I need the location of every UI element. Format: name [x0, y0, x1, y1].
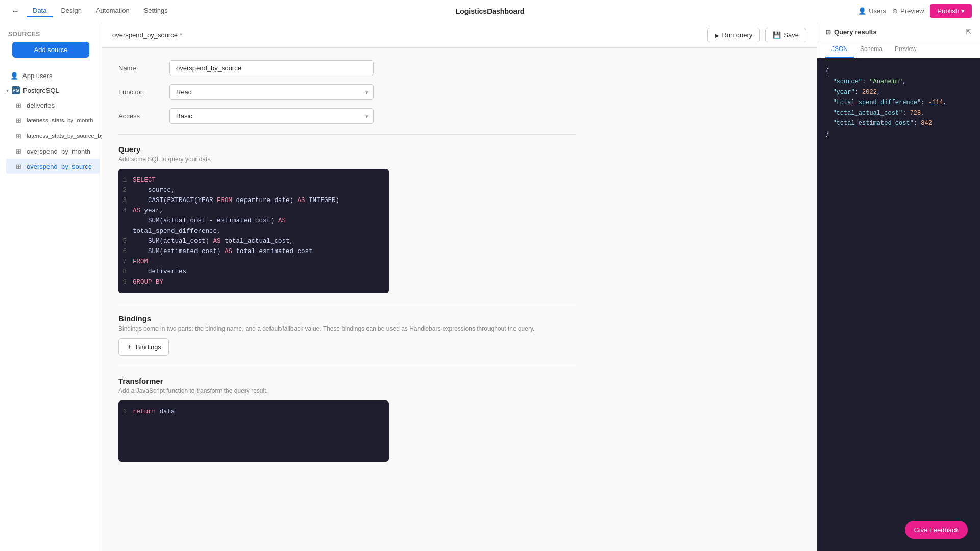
table-label: overspend_by_month [27, 147, 90, 155]
query-header: overspend_by_source * Run query 💾 Save [102, 22, 817, 48]
main-content: overspend_by_source * Run query 💾 Save N… [102, 22, 817, 551]
code-line-4: 4 AS year, [118, 206, 389, 216]
sidebar-app-users-label: App users [22, 72, 53, 80]
name-form-group: Name [118, 60, 576, 76]
publish-button[interactable]: Publish ▾ [930, 4, 972, 18]
sidebar-postgres-section[interactable]: ▾ PG PostgreSQL [0, 83, 102, 97]
access-form-group: Access Basic Advanced ▾ [118, 108, 576, 124]
table-icon: ⊞ [14, 162, 22, 170]
right-panel-tabs: JSON Schema Preview [817, 41, 980, 58]
table-label: lateness_stats_by_month [27, 117, 93, 123]
code-line-6: 6 SUM(estimated_cost) AS total_estimated… [118, 246, 389, 257]
sidebar: Sources Add source 👤 App users ▾ PG Post… [0, 22, 102, 551]
table-icon: ⊞ [14, 147, 22, 155]
play-icon [715, 31, 719, 39]
sidebar-item-overspend-source[interactable]: ⊞ overspend_by_source [6, 159, 100, 174]
tab-schema[interactable]: Schema [854, 41, 889, 58]
bindings-section-title: Bindings [118, 314, 576, 323]
chevron-down-icon: ▾ [961, 7, 965, 15]
sql-editor[interactable]: 1 SELECT 2 source, 3 CAST(EXTRACT(YEAR F… [118, 169, 389, 293]
sidebar-header: Sources [6, 31, 95, 42]
function-label: Function [118, 88, 169, 96]
sidebar-item-lateness-stats-month[interactable]: ⊞ lateness_stats_by_month [6, 113, 100, 128]
code-line-8: 8 deliveries [118, 267, 389, 277]
table-icon: ⊞ [14, 101, 22, 109]
transformer-section-desc: Add a JavaScript function to transform t… [118, 387, 576, 394]
table-icon: ⊞ [14, 116, 22, 124]
query-title-area: overspend_by_source * [112, 31, 182, 39]
results-icon: ⊡ [825, 28, 831, 36]
app-title: LogisticsDashboard [456, 7, 525, 15]
query-results-title: Query results [834, 28, 877, 36]
name-input[interactable] [169, 60, 374, 76]
json-content: { "source": "Anaheim", "year": 2022, "to… [817, 58, 980, 551]
user-icon: 👤 [858, 7, 866, 15]
plus-icon: ＋ [126, 342, 133, 352]
table-icon: ⊞ [14, 132, 22, 140]
chevron-down-icon: ▾ [6, 88, 9, 93]
code-line-2: 2 source, [118, 185, 389, 195]
users-button[interactable]: 👤 Users [858, 7, 886, 15]
save-label: Save [783, 31, 799, 39]
main-layout: Sources Add source 👤 App users ▾ PG Post… [0, 22, 980, 551]
tab-design[interactable]: Design [55, 5, 87, 17]
right-panel-header: ⊡ Query results ⇱ [817, 22, 980, 41]
tab-preview[interactable]: Preview [889, 41, 923, 58]
run-query-button[interactable]: Run query [707, 28, 760, 42]
code-line-3: 3 CAST(EXTRACT(YEAR FROM departure_date)… [118, 195, 389, 206]
table-label: overspend_by_source [27, 163, 92, 170]
unsaved-indicator: * [180, 31, 182, 39]
bindings-button[interactable]: ＋ Bindings [118, 338, 169, 356]
code-line-7: 7 FROM [118, 257, 389, 267]
tab-settings[interactable]: Settings [138, 5, 174, 17]
access-label: Access [118, 112, 169, 120]
preview-button[interactable]: ⊙ Preview [892, 7, 924, 15]
tab-automation[interactable]: Automation [90, 5, 136, 17]
run-query-label: Run query [722, 31, 752, 39]
function-select[interactable]: Read Create Update Delete [169, 84, 374, 100]
topnav-right: 👤 Users ⊙ Preview Publish ▾ [858, 4, 972, 18]
code-line-9: 9 GROUP BY [118, 277, 389, 287]
publish-label: Publish [937, 7, 959, 15]
form-area: Name Function Read Create Update Delete … [102, 48, 592, 474]
add-source-button[interactable]: Add source [12, 42, 89, 58]
preview-label: Preview [900, 7, 924, 15]
back-button[interactable]: ← [8, 4, 22, 18]
divider [118, 134, 576, 135]
code-line-4c: total_spend_difference, [118, 226, 389, 236]
give-feedback-button[interactable]: Give Feedback [905, 521, 968, 539]
code-line-4b: SUM(actual_cost - estimated_cost) AS [118, 216, 389, 226]
code-line-1: 1 SELECT [118, 175, 389, 185]
postgres-icon: PG [12, 86, 20, 94]
topnav: ← Data Design Automation Settings Logist… [0, 0, 980, 22]
divider-2 [118, 304, 576, 304]
postgres-label: PostgreSQL [23, 87, 59, 94]
function-form-group: Function Read Create Update Delete ▾ [118, 84, 576, 100]
table-label: lateness_stats_by_source_by_y [27, 133, 110, 139]
transformer-editor[interactable]: 1 return data [118, 400, 389, 462]
function-select-wrapper: Read Create Update Delete ▾ [169, 84, 374, 100]
right-panel: ⊡ Query results ⇱ JSON Schema Preview { … [817, 22, 980, 551]
right-panel-title: ⊡ Query results [825, 28, 877, 36]
user-icon: 👤 [10, 71, 18, 80]
sidebar-item-deliveries[interactable]: ⊞ deliveries [6, 97, 100, 113]
sidebar-item-app-users[interactable]: 👤 App users [2, 68, 100, 83]
postgres-tables: ⊞ deliveries ⊞ lateness_stats_by_month ⊞… [0, 97, 102, 174]
transformer-line-1: 1 return data [118, 407, 389, 417]
bindings-btn-label: Bindings [136, 343, 161, 351]
expand-icon[interactable]: ⇱ [966, 28, 972, 36]
tab-json[interactable]: JSON [825, 41, 854, 58]
tab-data[interactable]: Data [27, 5, 53, 17]
access-select[interactable]: Basic Advanced [169, 108, 374, 124]
access-select-wrapper: Basic Advanced ▾ [169, 108, 374, 124]
nav-tabs: Data Design Automation Settings [27, 5, 174, 17]
divider-3 [118, 366, 576, 366]
bindings-section-desc: Bindings come in two parts: the binding … [118, 325, 576, 332]
transformer-section-title: Transformer [118, 377, 576, 385]
users-label: Users [869, 7, 886, 15]
sidebar-item-overspend-month[interactable]: ⊞ overspend_by_month [6, 143, 100, 159]
save-icon: 💾 [773, 31, 781, 39]
save-button[interactable]: 💾 Save [765, 28, 806, 42]
sidebar-item-lateness-stats-source[interactable]: ⊞ lateness_stats_by_source_by_y [6, 128, 100, 143]
query-title: overspend_by_source [112, 31, 178, 39]
